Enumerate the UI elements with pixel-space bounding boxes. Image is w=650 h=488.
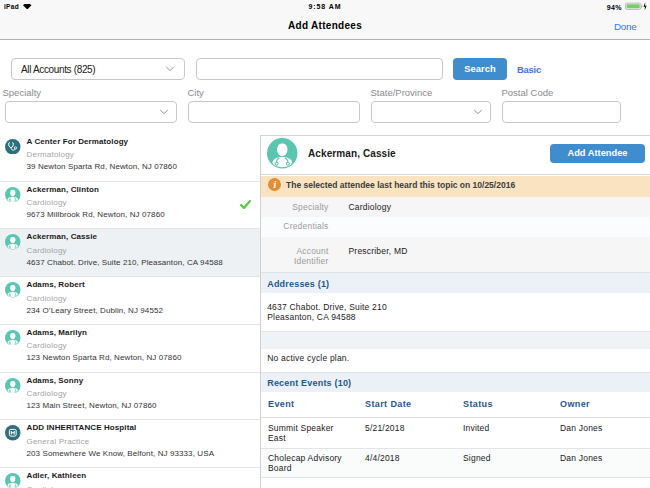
svg-text:i: i — [274, 179, 277, 190]
